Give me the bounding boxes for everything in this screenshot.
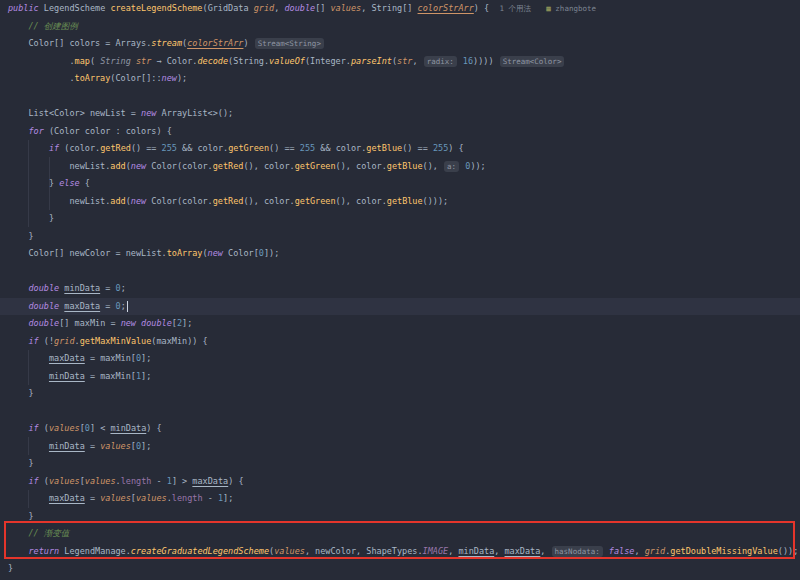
code-line[interactable]: double[] maxMin = new double[2]; — [0, 315, 800, 333]
code-token: ; — [121, 283, 126, 293]
keyword-token: new — [121, 318, 136, 328]
code-token: length — [121, 476, 152, 486]
code-token: getDoubleMissingValue — [670, 546, 777, 556]
code-line[interactable]: } — [0, 455, 800, 473]
code-line[interactable]: newList.add(new Color(color.getRed(), co… — [0, 193, 800, 211]
code-line[interactable]: newList.add(new Color(color.getRed(), co… — [0, 158, 800, 176]
code-line[interactable]: public LegendScheme createLegendScheme(G… — [0, 0, 800, 18]
keyword-token: double — [284, 3, 315, 13]
code-token: ()); — [778, 546, 798, 556]
code-token: ; — [121, 301, 126, 311]
code-token: stream — [151, 38, 182, 48]
code-line[interactable] — [0, 88, 800, 106]
code-token: )); — [470, 161, 485, 171]
code-token: && color. — [177, 143, 228, 153]
code-line[interactable]: // 渐变值 — [0, 525, 800, 543]
code-line[interactable]: .map( String str → Color.decode(String.v… — [0, 53, 800, 71]
code-token: ArrayList<>(); — [156, 108, 233, 118]
code-token — [8, 283, 28, 293]
code-token: (color. — [59, 143, 100, 153]
code-token: newList. — [8, 196, 110, 206]
code-token: Color[] colors = Arrays. — [8, 38, 151, 48]
param-name-hint-chip[interactable]: radix: — [424, 56, 457, 67]
keyword-token: if — [28, 336, 38, 346]
code-line[interactable]: if (values[values.length - 1] > maxData)… — [0, 473, 800, 491]
code-token: 255 — [162, 143, 177, 153]
code-vision-hint[interactable]: zhangbote — [551, 4, 596, 13]
code-token: ]; — [223, 493, 233, 503]
code-token: values — [85, 476, 116, 486]
code-line[interactable]: maxData = maxMin[0]; — [0, 350, 800, 368]
keyword-token: new — [208, 248, 223, 258]
code-token: Color[ — [223, 248, 259, 258]
code-line[interactable]: for (Color color : colors) { — [0, 123, 800, 141]
code-line[interactable] — [0, 403, 800, 421]
code-token: (), color. — [243, 196, 294, 206]
code-token: values — [331, 3, 362, 13]
inlay-type-hint-chip[interactable]: Stream<Color> — [500, 56, 565, 67]
code-line[interactable]: double maxData = 0; — [0, 298, 800, 316]
code-token: getGreen — [295, 161, 336, 171]
code-line[interactable]: // 创建图例 — [0, 18, 800, 36]
code-line[interactable]: if (color.getRed() == 255 && color.getGr… — [0, 140, 800, 158]
code-line[interactable]: minData = maxMin[1]; — [0, 368, 800, 386]
code-line[interactable]: } — [0, 508, 800, 526]
code-line[interactable]: maxData = values[values.length - 1]; — [0, 490, 800, 508]
code-editor[interactable]: public LegendScheme createLegendScheme(G… — [0, 0, 800, 580]
code-token: values — [274, 546, 305, 556]
code-token: && color. — [315, 143, 366, 153]
inlay-type-hint-chip[interactable]: Stream<String> — [255, 38, 324, 49]
code-token: (! — [39, 336, 54, 346]
code-line[interactable]: if (values[0] < minData) { — [0, 420, 800, 438]
code-token: ] > — [172, 476, 192, 486]
code-token: newList. — [8, 161, 110, 171]
code-line[interactable]: } else { — [0, 175, 800, 193]
code-token: ]; — [182, 318, 192, 328]
code-token: Color[] newColor = newList. — [8, 248, 167, 258]
code-line[interactable] — [0, 263, 800, 281]
code-line[interactable]: } — [0, 560, 800, 578]
code-token: ); — [177, 73, 187, 83]
code-token: ) { — [474, 3, 489, 13]
code-token: → Color. — [151, 56, 197, 66]
code-token: maxData — [49, 493, 85, 503]
code-token — [8, 21, 28, 31]
code-line[interactable]: minData = values[0]; — [0, 438, 800, 456]
code-token: ]); — [264, 248, 279, 258]
code-token: , — [634, 546, 644, 556]
code-token: } — [8, 388, 34, 398]
code-token — [8, 301, 28, 311]
code-token: toArray — [75, 73, 111, 83]
code-token: (String. — [228, 56, 269, 66]
code-token: () == — [131, 143, 162, 153]
keyword-token: if — [49, 143, 59, 153]
code-line[interactable]: Color[] colors = Arrays.stream(colorStrA… — [0, 35, 800, 53]
code-line[interactable]: if (!grid.getMaxMinValue(maxMin)) { — [0, 333, 800, 351]
code-token: String[] — [371, 3, 417, 13]
code-token: getRed — [100, 143, 131, 153]
code-line[interactable]: } — [0, 228, 800, 246]
code-token: 255 — [300, 143, 315, 153]
code-token — [8, 318, 28, 328]
code-line[interactable]: } — [0, 210, 800, 228]
code-token: values — [100, 493, 131, 503]
code-token: , — [494, 546, 504, 556]
code-token: (), color. — [243, 161, 294, 171]
code-token: , — [540, 546, 550, 556]
code-line[interactable]: Color[] newColor = newList.toArray(new C… — [0, 245, 800, 263]
code-token: LegendScheme — [39, 3, 111, 13]
code-token: = maxMin[ — [85, 371, 136, 381]
code-line[interactable]: return LegendManage.createGraduatedLegen… — [0, 543, 800, 561]
code-token: getBlue — [387, 196, 423, 206]
code-line[interactable]: } — [0, 385, 800, 403]
code-line[interactable]: .toArray(Color[]::new); — [0, 70, 800, 88]
code-line[interactable]: List<Color> newList = new ArrayList<>(); — [0, 105, 800, 123]
param-name-hint-chip[interactable]: a: — [444, 161, 459, 172]
code-token: 255 — [433, 143, 448, 153]
code-area: public LegendScheme createLegendScheme(G… — [0, 0, 800, 578]
code-token: minData — [64, 283, 100, 293]
param-name-hint-chip[interactable]: hasNodata: — [552, 546, 603, 557]
code-line[interactable]: double minData = 0; — [0, 280, 800, 298]
code-vision-hint[interactable]: 1 个用法 — [499, 4, 531, 13]
code-token: grid — [54, 336, 74, 346]
